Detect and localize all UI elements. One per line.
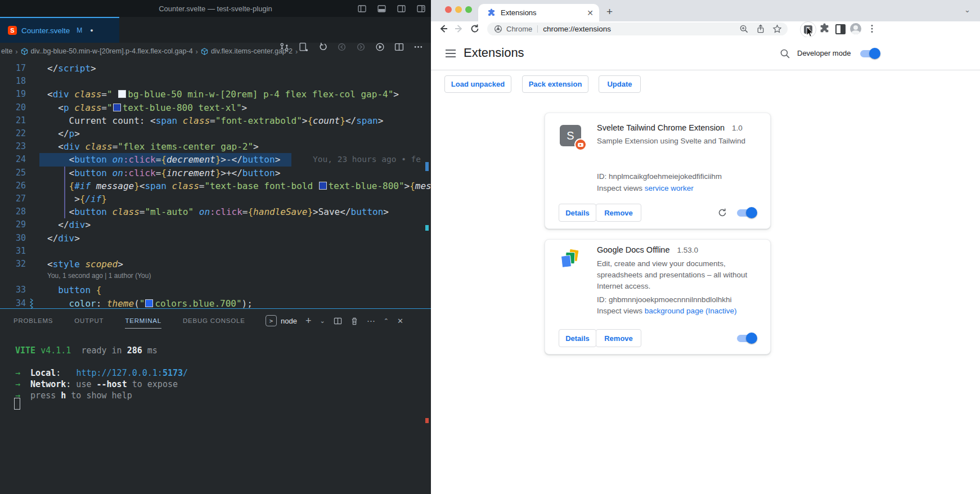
mouse-cursor xyxy=(806,27,815,37)
zoom-window-button[interactable] xyxy=(465,6,472,13)
toggle-panel-icon[interactable] xyxy=(377,5,386,13)
close-tab-icon[interactable]: ✕ xyxy=(587,8,594,17)
code-text: button { xyxy=(47,284,101,297)
bookmark-star-icon[interactable] xyxy=(772,24,782,34)
tab-output[interactable]: OUTPUT xyxy=(74,313,104,329)
vscode-window: Counter.svelte — test-svelte-plugin S Co… xyxy=(0,0,431,494)
google-docs-offline-icon xyxy=(560,248,581,270)
split-terminal-icon[interactable] xyxy=(334,317,342,325)
toggle-secondary-sidebar-icon[interactable] xyxy=(397,5,406,13)
tab-debug-console[interactable]: DEBUG CONSOLE xyxy=(183,313,245,329)
toggle-sidebar-icon[interactable] xyxy=(358,5,366,13)
code-line-29: 29 </div> xyxy=(0,218,431,231)
close-panel-icon[interactable]: ✕ xyxy=(397,317,403,325)
divider xyxy=(537,25,538,33)
color-swatch-icon xyxy=(113,104,121,111)
reload-extension-icon[interactable] xyxy=(717,208,727,218)
new-tab-button[interactable]: + xyxy=(606,6,613,18)
color-swatch-icon xyxy=(319,182,327,190)
codelens-annotation[interactable]: You, 1 second ago | 1 author (You) xyxy=(47,272,151,280)
details-button[interactable]: Details xyxy=(559,329,596,347)
load-unpacked-button[interactable]: Load unpacked xyxy=(444,75,511,93)
minimize-window-button[interactable] xyxy=(455,6,462,13)
code-text: {#if message}<span class="text-base font… xyxy=(47,179,431,192)
code-line-27: 27 >{/if} xyxy=(0,192,431,205)
details-button[interactable]: Details xyxy=(559,204,596,222)
zoom-icon[interactable] xyxy=(739,24,749,34)
trash-icon[interactable] xyxy=(350,317,358,325)
line-number: 18 xyxy=(0,75,26,88)
inspect-views-row: Inspect views service worker xyxy=(597,183,694,194)
remove-button[interactable]: Remove xyxy=(596,329,641,347)
profile-avatar[interactable] xyxy=(850,23,861,34)
code-text: Current count: <span class="font-extrabo… xyxy=(47,114,383,127)
line-number: 28 xyxy=(0,205,26,218)
extension-enabled-toggle[interactable] xyxy=(737,207,756,218)
close-window-button[interactable] xyxy=(445,6,452,13)
developer-mode-toggle[interactable] xyxy=(860,48,879,59)
maximize-panel-icon[interactable]: ⌃ xyxy=(384,317,389,325)
address-bar[interactable]: Chrome chrome://extensions xyxy=(487,23,788,35)
color-swatch-icon xyxy=(145,299,153,307)
symbol-cube-icon xyxy=(21,48,28,55)
dirty-dot-icon[interactable]: ● xyxy=(90,28,93,33)
chrome-tabstrip: Extensions ✕ + ⌄ xyxy=(431,0,980,21)
hamburger-menu-icon[interactable] xyxy=(446,50,456,57)
back-button[interactable] xyxy=(438,23,449,34)
reload-button[interactable] xyxy=(469,23,480,34)
modified-badge: M xyxy=(77,26,82,34)
remove-button[interactable]: Remove xyxy=(596,204,641,222)
extensions-puzzle-icon[interactable] xyxy=(819,23,830,34)
breadcrumb-item[interactable]: div..bg-blue-50.min-w-[20rem].p-4.flex.f… xyxy=(31,47,193,55)
browser-tab-extensions[interactable]: Extensions ✕ xyxy=(478,4,599,21)
more-actions-icon[interactable]: ⋯ xyxy=(367,317,375,325)
line-number: 29 xyxy=(0,218,26,231)
extension-id: ID: ghbmnnjooekpmoecnnnilnnbdlolhkhi xyxy=(597,294,731,306)
extension-version: 1.0 xyxy=(732,124,743,132)
tab-counter-svelte[interactable]: S Counter.svelte M ● xyxy=(0,17,119,43)
terminal-shell-label: node xyxy=(281,317,297,325)
vscode-titlebar[interactable]: Counter.svelte — test-svelte-plugin xyxy=(0,0,431,17)
new-terminal-icon[interactable]: + xyxy=(305,317,312,325)
unpacked-badge-icon xyxy=(574,138,587,151)
share-icon[interactable] xyxy=(756,24,765,34)
breadcrumb[interactable]: elte › div..bg-blue-50.min-w-[20rem].p-4… xyxy=(0,43,431,60)
vscode-tabbar: S Counter.svelte M ● xyxy=(0,17,431,43)
terminal-line: → Local: http://127.0.0.1:5173/ xyxy=(15,368,188,378)
side-panel-icon[interactable] xyxy=(835,24,846,34)
chevron-down-icon[interactable]: ⌄ xyxy=(320,317,325,325)
tab-problems[interactable]: PROBLEMS xyxy=(14,313,53,329)
extension-id: ID: hnplmcaikgfoehmeiejokedfificiihm xyxy=(597,171,722,182)
customize-layout-icon[interactable] xyxy=(417,5,425,13)
search-icon[interactable] xyxy=(780,48,790,59)
kebab-menu-icon[interactable] xyxy=(867,24,877,34)
color-swatch-icon xyxy=(118,90,126,98)
extension-card-svelte: S Svelete Tailwind Chrome Extension 1.0 … xyxy=(545,113,771,229)
line-number: 21 xyxy=(0,114,26,127)
line-number: 24 xyxy=(0,153,26,166)
code-line-19: 19<div class=" bg-blue-50 min-w-[20rem] … xyxy=(0,88,431,101)
terminal-line: VITE v4.1.1 ready in 286 ms xyxy=(15,345,158,356)
forward-button[interactable] xyxy=(453,23,465,34)
terminal-line: → press h to show help xyxy=(15,390,132,401)
breadcrumb-item[interactable]: div.flex.items-center.gap-2 xyxy=(211,47,293,55)
background-page-link[interactable]: background page (Inactive) xyxy=(645,307,737,315)
tab-terminal[interactable]: TERMINAL xyxy=(125,313,161,329)
git-blame-annotation: You, 23 hours ago • fe xyxy=(313,153,421,166)
breadcrumb-item[interactable]: elte xyxy=(1,47,12,55)
service-worker-link[interactable]: service worker xyxy=(645,184,694,192)
extension-enabled-toggle[interactable] xyxy=(737,333,756,344)
scrollbar-decoration xyxy=(425,162,429,171)
code-text: </div> xyxy=(47,218,91,231)
code-text: <style scoped> xyxy=(47,258,123,271)
pack-extension-button[interactable]: Pack extension xyxy=(522,75,588,93)
site-info-icon[interactable] xyxy=(494,25,502,33)
code-editor[interactable]: You, 1 second ago | 1 author (You) 17</s… xyxy=(0,60,431,308)
symbol-cube-icon xyxy=(201,48,208,55)
update-button[interactable]: Update xyxy=(599,75,641,93)
code-text: </script> xyxy=(47,62,96,75)
tab-overflow-chevron-icon[interactable]: ⌄ xyxy=(964,6,970,14)
code-line-17: 17</script> xyxy=(0,62,431,75)
url-text[interactable]: chrome://extensions xyxy=(543,25,739,33)
terminal-instance-node[interactable]: > node xyxy=(266,315,297,326)
